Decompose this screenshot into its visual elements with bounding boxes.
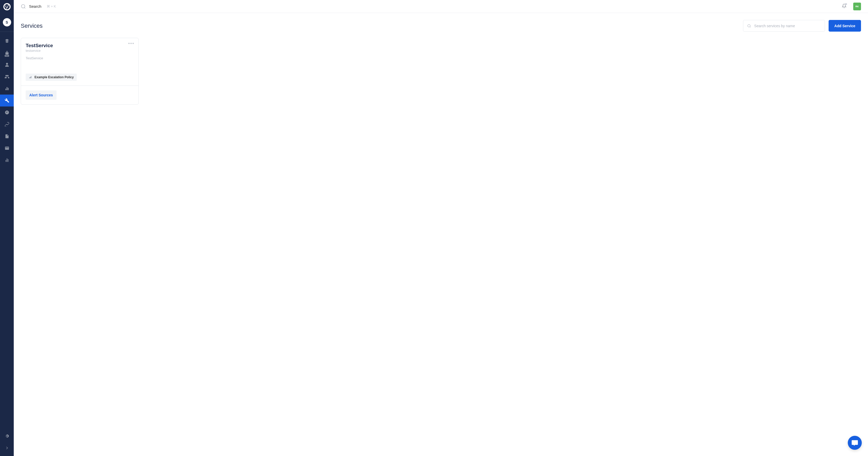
chat-widget[interactable] [848, 436, 862, 450]
layers-icon [5, 39, 9, 43]
nav-bottom [0, 430, 14, 454]
search-icon [21, 4, 26, 9]
chat-icon [851, 439, 859, 447]
service-description: TestService [26, 56, 134, 60]
beta-badge: BETA [5, 55, 9, 57]
svg-point-1 [22, 4, 25, 8]
add-service-button[interactable]: Add Service [829, 20, 861, 32]
policy-label: Example Escalation Policy [34, 75, 74, 79]
service-search-input[interactable] [743, 20, 825, 32]
page-header: Services Add Service [21, 20, 861, 32]
notifications-button[interactable] [842, 4, 846, 9]
service-card-footer: Alert Sources [21, 86, 138, 104]
sidebar: S BETA [0, 0, 14, 456]
service-slug: testservice [26, 49, 53, 53]
notification-badge [845, 3, 847, 5]
search-input-container [743, 20, 825, 32]
nav-item-schedules[interactable] [0, 106, 14, 119]
main: Search ⌘ + K RK Services [14, 0, 868, 456]
global-search[interactable]: Search ⌘ + K [21, 4, 842, 9]
search-shortcut: ⌘ + K [46, 4, 56, 8]
nav-item-escalation[interactable] [0, 83, 14, 95]
chevron-right-icon [5, 446, 9, 450]
nav-item-dashboard[interactable] [0, 35, 14, 47]
tools-icon [5, 98, 9, 103]
header-right: RK [842, 3, 861, 10]
logo-icon [4, 4, 9, 9]
page-title: Services [21, 23, 42, 29]
service-card: TestService testservice TestService Exam… [21, 38, 139, 105]
service-more-button[interactable] [128, 43, 134, 44]
search-icon [747, 24, 751, 28]
service-card-header: TestService testservice [26, 43, 134, 56]
nav-item-integrations[interactable] [0, 119, 14, 130]
dot-icon [128, 43, 130, 44]
nav-item-settings[interactable] [0, 430, 14, 442]
nav-item-runbooks[interactable] [0, 130, 14, 142]
nav-item-billing[interactable] [0, 142, 14, 154]
user-icon [5, 62, 9, 67]
alert-sources-button[interactable]: Alert Sources [26, 90, 57, 100]
escalation-icon [29, 76, 32, 79]
gear-icon [5, 434, 9, 438]
content: Services Add Service TestService testser… [14, 13, 868, 456]
card-icon [5, 146, 9, 151]
user-avatar[interactable]: RK [853, 3, 861, 10]
escalation-icon [5, 86, 9, 91]
nav-items: BETA [0, 35, 14, 430]
document-icon [5, 134, 9, 139]
header: Search ⌘ + K RK [14, 0, 868, 13]
app-logo[interactable] [3, 3, 11, 10]
chart-icon [5, 158, 9, 162]
nav-item-beta[interactable]: BETA [0, 47, 14, 59]
service-card-body: TestService testservice TestService Exam… [21, 38, 138, 86]
dot-icon [132, 43, 134, 44]
nav-item-analytics[interactable] [0, 154, 14, 166]
dot-icon [130, 43, 132, 44]
lock-icon [5, 51, 9, 55]
users-icon [5, 74, 9, 79]
service-title[interactable]: TestService [26, 43, 53, 48]
escalation-policy-tag[interactable]: Example Escalation Policy [26, 73, 77, 81]
team-selector[interactable]: S [3, 18, 11, 26]
nav-item-expand[interactable] [0, 442, 14, 454]
svg-point-2 [748, 24, 750, 27]
nav-item-user[interactable] [0, 59, 14, 71]
nav-divider [0, 32, 14, 32]
search-label: Search [29, 4, 41, 8]
page-actions: Add Service [743, 20, 861, 32]
link-icon [5, 122, 9, 127]
nav-item-services[interactable] [0, 95, 14, 106]
svg-point-0 [4, 4, 9, 9]
nav-item-users[interactable] [0, 71, 14, 83]
clock-icon [5, 110, 9, 115]
